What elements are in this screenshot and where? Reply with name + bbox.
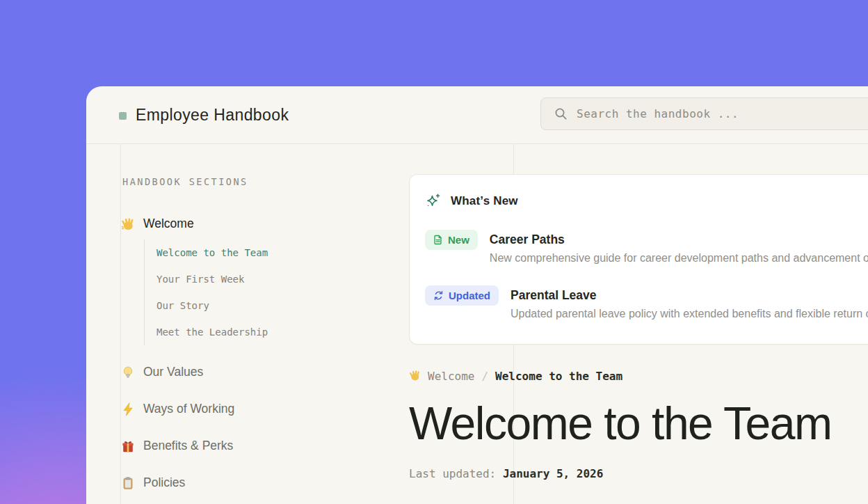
- last-updated-value: January 5, 2026: [503, 467, 604, 480]
- badge-label: Updated: [449, 290, 490, 301]
- sidebar-item-ways-of-working[interactable]: Ways of Working: [121, 402, 399, 416]
- breadcrumb-current: Welcome to the Team: [495, 370, 622, 383]
- search-icon: [554, 107, 568, 120]
- search-placeholder: Search the handbook ...: [577, 107, 739, 120]
- sub-item-welcome-to-the-team[interactable]: Welcome to the Team: [156, 239, 399, 266]
- search-input[interactable]: Search the handbook ...: [540, 97, 868, 130]
- news-item-parental-leave[interactable]: Updated Parental Leave Updated parental …: [425, 285, 868, 320]
- waving-hand-icon: [121, 217, 135, 231]
- whats-new-title: What’s New: [451, 194, 518, 208]
- breadcrumb: Welcome / Welcome to the Team: [409, 370, 868, 383]
- badge-label: New: [448, 234, 469, 246]
- sidebar-item-label: Ways of Working: [143, 402, 234, 416]
- last-updated: Last updated: January 5, 2026: [409, 467, 868, 480]
- welcome-sub-list: Welcome to the Team Your First Week Our …: [144, 239, 399, 345]
- sidebar-item-label: Benefits & Perks: [143, 439, 233, 453]
- sub-item-our-story[interactable]: Our Story: [156, 292, 399, 319]
- sidebar-item-benefits-perks[interactable]: Benefits & Perks: [121, 439, 399, 453]
- sidebar-item-policies[interactable]: Policies: [121, 475, 399, 490]
- logo-square-icon: [119, 112, 127, 120]
- waving-hand-icon: [409, 370, 421, 381]
- sidebar-item-label: Policies: [143, 475, 185, 490]
- app-title: Employee Handbook: [136, 106, 289, 125]
- sidebar-item-label: Our Values: [143, 365, 203, 379]
- clipboard-icon: [121, 476, 135, 490]
- sidebar-item-welcome[interactable]: Welcome: [121, 216, 399, 231]
- document-icon: [433, 235, 443, 245]
- sidebar: HANDBOOK SECTIONS Welcome: [121, 144, 399, 490]
- gift-icon: [121, 439, 135, 453]
- news-item-description: New comprehensive guide for career devel…: [490, 252, 868, 265]
- news-item-title: Parental Leave: [511, 288, 868, 303]
- news-item-career-paths[interactable]: New Career Paths New comprehensive guide…: [425, 230, 868, 265]
- sidebar-item-label: Welcome: [143, 216, 194, 231]
- lightning-bolt-icon: [121, 402, 135, 416]
- main-content: What’s New New Career Paths New com: [409, 144, 868, 480]
- sparkles-icon: [425, 193, 441, 209]
- news-item-description: Updated parental leave policy with exten…: [511, 308, 868, 320]
- refresh-icon: [433, 290, 444, 301]
- news-text: Parental Leave Updated parental leave po…: [511, 285, 868, 320]
- page-title: Welcome to the Team: [409, 400, 868, 448]
- whats-new-card: What’s New New Career Paths New com: [409, 174, 868, 345]
- whats-new-header: What’s New: [425, 193, 868, 209]
- new-badge: New: [425, 230, 478, 250]
- sub-item-your-first-week[interactable]: Your First Week: [156, 266, 399, 292]
- app-header: Employee Handbook Search the handbook ..…: [86, 86, 868, 144]
- news-item-title: Career Paths: [490, 232, 868, 247]
- sidebar-item-our-values[interactable]: Our Values: [121, 365, 399, 379]
- last-updated-label: Last updated:: [409, 467, 496, 480]
- light-bulb-icon: [121, 365, 135, 379]
- handbook-window: Employee Handbook Search the handbook ..…: [86, 86, 868, 504]
- app-brand: Employee Handbook: [119, 86, 289, 144]
- breadcrumb-section[interactable]: Welcome: [428, 370, 474, 383]
- updated-badge: Updated: [425, 285, 499, 306]
- breadcrumb-separator: /: [481, 370, 488, 383]
- sub-item-meet-the-leadership[interactable]: Meet the Leadership: [156, 319, 399, 345]
- sidebar-heading: HANDBOOK SECTIONS: [122, 176, 399, 187]
- news-text: Career Paths New comprehensive guide for…: [490, 230, 868, 265]
